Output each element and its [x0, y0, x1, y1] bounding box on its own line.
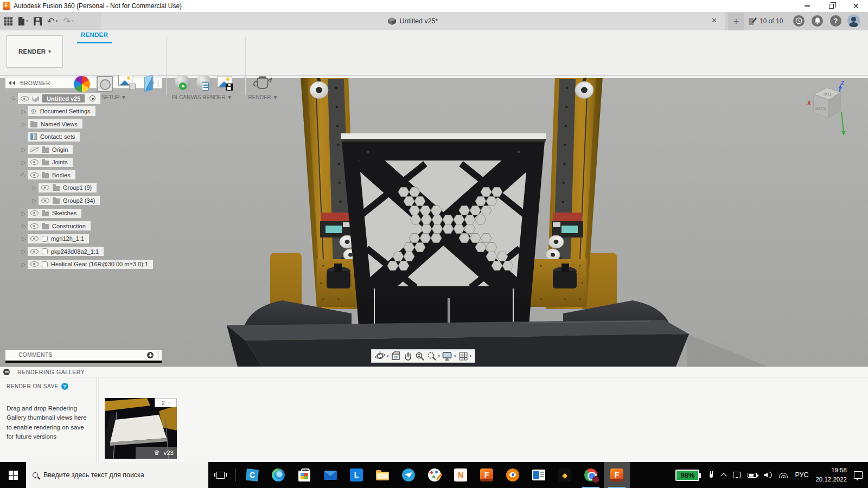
expander-triangle-icon[interactable]: ▷: [20, 261, 28, 267]
browser-row-pill[interactable]: Healical Gear (16R@30.00 m=3.0):1: [28, 260, 153, 269]
fusion-taskbar-button-active[interactable]: F: [604, 462, 630, 488]
browser-row-pill[interactable]: Bodies: [28, 170, 75, 179]
action-center-icon[interactable]: [854, 471, 863, 479]
browser-item-label[interactable]: Contact: sets: [40, 133, 75, 140]
expander-triangle-icon[interactable]: ▷: [20, 121, 28, 127]
browser-item-document-settings[interactable]: ▷⚙Document Settings: [5, 105, 162, 118]
visibility-eye-icon[interactable]: [30, 249, 39, 254]
new-tab-button[interactable]: +: [728, 13, 744, 30]
expand-comments-icon[interactable]: [147, 352, 154, 358]
workspace-selector-button[interactable]: RENDER: [7, 35, 63, 68]
browser-item-label[interactable]: Group1 (9): [63, 184, 92, 191]
browser-row-pill[interactable]: Group1 (9): [39, 183, 97, 192]
scene-settings-icon[interactable]: [97, 76, 113, 92]
lapp-taskbar-button[interactable]: L: [343, 462, 369, 488]
expander-triangle-icon[interactable]: ▷: [20, 223, 28, 229]
browser-item-label[interactable]: mgn12h_1:1: [51, 235, 84, 242]
browser-row-pill[interactable]: Group2 (34): [39, 196, 100, 205]
minimize-button[interactable]: [795, 0, 819, 12]
browser-row-pill[interactable]: Origin: [28, 145, 73, 154]
browser-item-label[interactable]: Untitled v25: [42, 94, 85, 102]
browser-item-named-views[interactable]: ▷Named Views: [5, 118, 162, 131]
help-icon[interactable]: ?: [830, 15, 841, 27]
expander-triangle-icon[interactable]: ▷: [9, 94, 18, 104]
visibility-eye-icon[interactable]: [30, 172, 39, 178]
browser-row-pill[interactable]: Joints: [28, 158, 73, 167]
render-thumbnail[interactable]: 2 › ♛ v23: [105, 398, 177, 459]
edge-taskbar-button[interactable]: [265, 462, 291, 488]
visibility-eye-icon[interactable]: [41, 185, 49, 190]
expander-triangle-icon[interactable]: ▷: [30, 197, 39, 203]
pan-icon[interactable]: [403, 351, 413, 361]
browser-item-label[interactable]: Healical Gear (16R@30.00 m=3.0):1: [51, 261, 148, 267]
appearance-wheel-icon[interactable]: [74, 76, 90, 92]
expander-triangle-icon[interactable]: ▷: [20, 108, 28, 114]
browser-row-pill[interactable]: ⚙Document Settings: [28, 106, 95, 116]
panel-drag-handle[interactable]: [157, 351, 158, 358]
zoom-icon[interactable]: [415, 351, 425, 361]
browser-row-pill[interactable]: Contact: sets: [28, 132, 80, 142]
undo-button[interactable]: ↶▾: [47, 16, 58, 27]
mail-taskbar-button[interactable]: [317, 462, 343, 488]
visibility-off-icon[interactable]: [30, 147, 39, 152]
expander-triangle-icon[interactable]: ▷: [30, 185, 39, 191]
comments-panel-header[interactable]: COMMENTS: [5, 350, 162, 360]
browser-item-label[interactable]: Named Views: [41, 121, 78, 127]
visibility-eye-icon[interactable]: [21, 96, 29, 101]
panel-drag-handle[interactable]: [157, 80, 158, 87]
task-view-button[interactable]: [208, 462, 232, 488]
render-group-label[interactable]: RENDER ▼: [239, 94, 288, 100]
restore-button[interactable]: [819, 0, 844, 12]
version-indicator-group[interactable]: 10 of 10: [748, 12, 783, 30]
browser-item-label[interactable]: Bodies: [52, 172, 71, 178]
grid-settings-icon[interactable]: ▾: [458, 351, 472, 361]
document-tab[interactable]: Untitled v25* ✕: [101, 12, 725, 30]
visibility-eye-icon[interactable]: [30, 159, 39, 165]
notification-bell-icon[interactable]: [812, 15, 823, 27]
browser-item-mgn12h-1-1[interactable]: ▷mgn12h_1:1: [5, 233, 162, 246]
chrome-taskbar-button[interactable]: [578, 462, 604, 488]
app-grid-icon[interactable]: [4, 17, 12, 25]
nexus-taskbar-button[interactable]: N: [448, 462, 474, 488]
browser-row-pill[interactable]: Named Views: [28, 119, 82, 129]
expander-triangle-icon[interactable]: ▷: [20, 248, 28, 254]
browser-item-label[interactable]: Document Settings: [40, 108, 91, 114]
wifi-icon[interactable]: [779, 473, 788, 478]
browser-item-healical-gear-16r-30-00-m-3-0-1[interactable]: ▷Healical Gear (16R@30.00 m=3.0):1: [5, 258, 162, 271]
visibility-eye-icon[interactable]: [30, 210, 39, 216]
avatar[interactable]: [847, 15, 860, 27]
browser-item-group2-34[interactable]: ▷Group2 (34): [5, 194, 162, 207]
paint-taskbar-button[interactable]: [422, 462, 448, 488]
hidden-icons-chevron[interactable]: [722, 472, 726, 478]
visibility-eye-icon[interactable]: [30, 236, 39, 241]
browser-row-pill[interactable]: Sketches: [28, 209, 81, 218]
browser-item-label[interactable]: Group2 (34): [63, 197, 95, 204]
texture-map-icon[interactable]: [144, 75, 153, 92]
expander-triangle-icon[interactable]: ▷: [20, 159, 28, 165]
thumbnail-stack-badge[interactable]: 2 ›: [155, 398, 177, 407]
browser-row-pill[interactable]: mgn12h_1:1: [28, 234, 89, 243]
expander-triangle-icon[interactable]: ▷: [18, 170, 28, 180]
browser-item-pkp243d08a2-1-1[interactable]: ▷pkp243d08a2_1:1: [5, 245, 162, 258]
browser-item-label[interactable]: Joints: [52, 159, 68, 165]
browser-item-label[interactable]: Origin: [52, 146, 68, 153]
blender-taskbar-button[interactable]: [500, 462, 526, 488]
setup-group-label[interactable]: SETUP ▼: [81, 94, 146, 100]
telegram-taskbar-button[interactable]: [395, 462, 422, 488]
language-indicator[interactable]: РУС: [795, 471, 808, 479]
visibility-eye-icon[interactable]: [30, 261, 39, 267]
save-button[interactable]: [34, 17, 42, 25]
job-status-clock-icon[interactable]: [793, 15, 805, 27]
viewcube-back-label[interactable]: BACK: [815, 106, 827, 111]
battery-status-icon[interactable]: [748, 473, 757, 478]
browser-item-label[interactable]: Sketches: [52, 210, 76, 216]
tablet-mode-icon[interactable]: [733, 472, 741, 478]
taskbar-search[interactable]: Введите здесь текст для поиска: [26, 462, 208, 488]
close-button[interactable]: ✕: [844, 0, 868, 12]
expander-triangle-icon[interactable]: ▷: [20, 236, 28, 242]
visibility-eye-icon[interactable]: [30, 223, 39, 229]
expander-triangle-icon[interactable]: ▷: [20, 146, 28, 152]
browser-row-pill[interactable]: Construction: [28, 221, 91, 230]
browser-item-joints[interactable]: ▷Joints: [5, 156, 162, 169]
news-taskbar-button[interactable]: [526, 462, 552, 488]
